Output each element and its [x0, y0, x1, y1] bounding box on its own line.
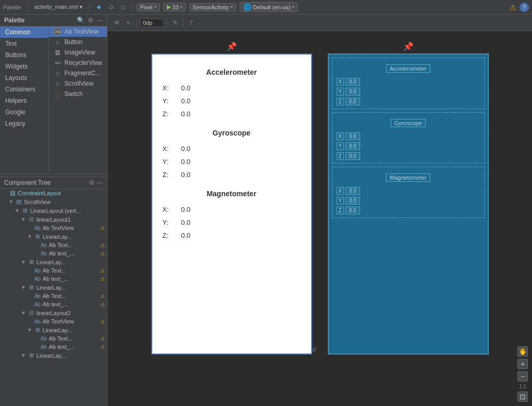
blueprint-mode-btn[interactable]: ◇ [107, 3, 116, 11]
scrollview-icon: □ [54, 80, 61, 87]
blueprint-pin-icon: 📌 [403, 42, 414, 51]
tree-item-text-child1[interactable]: Ab Ab Text... ⚠ [0, 241, 107, 249]
category-containers[interactable]: Containers [0, 84, 48, 95]
canvas-area[interactable]: 📌 Accelerometer X: 0.0 Y: 0.0 [108, 31, 532, 406]
palette-search-btn[interactable]: 🔍 [77, 17, 85, 24]
category-google[interactable]: Google [0, 106, 48, 118]
canvas-toolbar: 👁 ↖ ✎ ⊤ [108, 15, 532, 31]
tree-g2b-icon: Ab [34, 276, 41, 282]
widget-imageview[interactable]: 🖼 ImageView [49, 47, 107, 58]
file-dropdown-btn[interactable]: activity_main.xml ▾ [32, 3, 85, 11]
palette-settings-btn[interactable]: ⚙ [88, 17, 94, 24]
palette-categories: Common Text Buttons Widgets Layouts Cont… [0, 26, 49, 172]
tree-item-textview1[interactable]: Ab Ab TextView ⚠ [0, 224, 107, 232]
category-legacy[interactable]: Legacy [0, 118, 48, 129]
widget-recyclerview[interactable]: ≡≡ RecyclerView [49, 58, 107, 68]
category-layouts[interactable]: Layouts [0, 72, 48, 84]
design-accel-x: X: 0.0 [163, 82, 301, 94]
bp-accel-x: X 0.0 [335, 77, 482, 87]
bp-mag-title: Magnetometer [386, 173, 430, 182]
tree-tc2-icon: Ab [40, 251, 47, 256]
tree-ll2a-warning: ⚠ [100, 336, 105, 342]
bp-mag-x: X 0.0 [335, 186, 482, 196]
category-common[interactable]: Common [0, 26, 48, 38]
tree-item-linearlayout1[interactable]: ▼ ⊟ linearLayout1 [0, 215, 107, 224]
palette-title: Palette [4, 17, 24, 24]
design-accel-z: Z: 0.0 [163, 107, 301, 120]
tree-settings-btn[interactable]: ⚙ [89, 179, 95, 186]
blueprint-phone-screen: Accelerometer X 0.0 Y 0.0 Z [328, 53, 489, 355]
bp-section-accelerometer: Accelerometer X 0.0 Y 0.0 Z [332, 58, 485, 109]
device-mode-btn[interactable]: □ [119, 3, 128, 11]
tree-g2a-warning: ⚠ [100, 268, 105, 274]
path-btn[interactable]: ✎ [170, 18, 180, 28]
tree-item-ll-final[interactable]: ▼ ⊞ LinearLay... [0, 351, 107, 360]
eye-btn[interactable]: 👁 [112, 18, 122, 28]
canvas-bottom-right: 🖐 + − 1:1 ⊡ [517, 346, 528, 402]
api-pill[interactable]: ▶ 33 ▾ [163, 3, 186, 11]
category-buttons[interactable]: Buttons [0, 49, 48, 61]
tree-item-text-child2[interactable]: Ab Ab text_... ⚠ [0, 249, 107, 258]
blueprint-preview-frame: 📌 Accelerometer X 0.0 Y [328, 42, 489, 355]
category-helpers[interactable]: Helpers [0, 95, 48, 106]
bp-gyro-x: X 0.0 [335, 131, 482, 141]
widget-fragment[interactable]: □ FragmentC... [49, 68, 107, 78]
main-layout: Palette 🔍 ⚙ — Common Text Buttons Widget… [0, 15, 532, 406]
design-gyro-z: Z: 0.0 [163, 168, 301, 181]
zoom-in-btn[interactable]: + [517, 359, 528, 369]
tree-item-linearlayout2[interactable]: ▼ ⊟ linearLayout2 [0, 308, 107, 317]
tree-item-text-g2a[interactable]: Ab Ab Text... ⚠ [0, 266, 107, 275]
tree-item-text-g2b[interactable]: Ab Ab text_... ⚠ [0, 275, 107, 283]
device-pill[interactable]: Pixel ▾ [137, 3, 160, 11]
bp-mag-y: Y 0.0 [335, 196, 482, 206]
scroll-handle: // [313, 346, 316, 354]
design-canvas: 📌 Accelerometer X: 0.0 Y: 0.0 [118, 42, 522, 396]
tree-item-constraintlayout[interactable]: ⛓ ConstraintLayout [0, 189, 107, 197]
tree-item-ll-child1[interactable]: ▼ ⊞ LinearLay... [0, 232, 107, 241]
tree-item-text-g3b[interactable]: Ab Ab text_... ⚠ [0, 300, 107, 308]
locale-pill[interactable]: 🌐 Default (en-us) ▾ [240, 2, 298, 12]
tree-item-text-g3a[interactable]: Ab Ab Text... ⚠ [0, 292, 107, 300]
tree-g3b-icon: Ab [34, 302, 41, 307]
tree-tc2-warning: ⚠ [100, 251, 105, 256]
design-mag-y: Y: 0.0 [163, 216, 301, 229]
palette-close-btn[interactable]: — [97, 17, 103, 24]
tree-item-scrollview[interactable]: ▼ ▤ ScrollView [0, 197, 107, 206]
tree-item-text-ll2a[interactable]: Ab Ab Text... ⚠ [0, 334, 107, 343]
design-pin-icon: 📌 [227, 42, 237, 51]
tree-ll2b-icon: Ab [40, 344, 47, 350]
fit-btn[interactable]: ⊡ [517, 391, 528, 402]
widget-switch[interactable]: ⬛ Switch [49, 89, 107, 99]
top-warning-icon: ⚠ [510, 3, 516, 11]
widget-textview[interactable]: Ab Ab TextView [49, 26, 107, 37]
tree-item-ll-group2[interactable]: ▼ ⊞ LinearLay... [0, 258, 107, 266]
tree-tc1-icon: Ab [40, 242, 47, 248]
tree-item-text-ll2b[interactable]: Ab Ab text_... ⚠ [0, 343, 107, 351]
baseline-btn[interactable]: ⊤ [187, 18, 196, 28]
button-icon: □ [54, 38, 61, 46]
help-btn[interactable]: ? [520, 3, 529, 12]
design-mode-btn[interactable]: ◆ [94, 3, 103, 11]
tree-close-btn[interactable]: — [97, 179, 103, 186]
zoom-out-btn[interactable]: − [517, 371, 528, 382]
dp-input[interactable] [140, 19, 164, 27]
center-area: 👁 ↖ ✎ ⊤ 📌 Accelerometer [108, 15, 532, 406]
activity-pill[interactable]: SensorActivity ▾ [189, 3, 236, 11]
zoom-ratio: 1:1 [519, 384, 526, 389]
tree-g2a-icon: Ab [34, 268, 41, 274]
category-text[interactable]: Text [0, 38, 48, 49]
bp-accel-y: Y 0.0 [335, 87, 482, 97]
design-mag-title: Magnetometer [163, 181, 301, 203]
cursor-btn[interactable]: ↖ [124, 18, 134, 28]
tree-item-textview-ll2[interactable]: Ab Ab TextView ⚠ [0, 317, 107, 326]
tree-item-linearlayout-vert[interactable]: ▼ ⊞ LinearLayout (vert... [0, 206, 107, 215]
tree-g3a-icon: Ab [34, 293, 41, 299]
widget-scrollview[interactable]: □ ScrollView [49, 78, 107, 89]
bp-section-gyroscope: Gyroscope X 0.0 Y 0.0 Z [332, 112, 485, 164]
tree-item-ll-ll2[interactable]: ▼ ⊞ LinearLay... [0, 326, 107, 334]
widget-button[interactable]: □ Button [49, 37, 107, 47]
category-widgets[interactable]: Widgets [0, 61, 48, 72]
tree-item-ll-group3[interactable]: ▼ ⊞ LinearLay... [0, 283, 107, 292]
bp-section-magnetometer: Magnetometer X 0.0 Y 0.0 Z [332, 167, 485, 218]
hand-tool-btn[interactable]: 🖐 [517, 346, 528, 357]
